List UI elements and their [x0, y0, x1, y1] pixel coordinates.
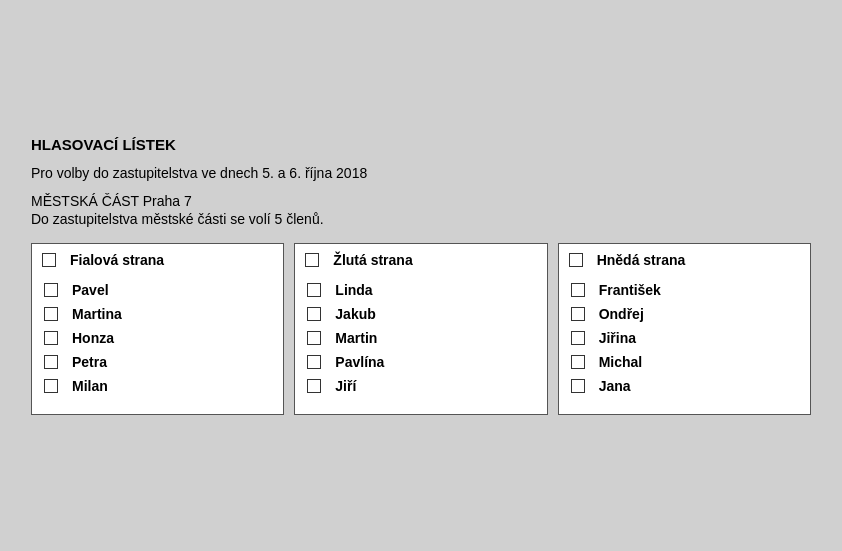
candidate-name-1-1: Jakub	[335, 306, 375, 322]
candidate-name-0-0: Pavel	[72, 282, 109, 298]
candidate-name-1-0: Linda	[335, 282, 372, 298]
candidate-checkbox-1-3[interactable]	[307, 355, 321, 369]
party-box-1: Žlutá stranaLindaJakubMartinPavlínaJiří	[294, 243, 547, 415]
candidate-row-0-1: Martina	[42, 306, 273, 322]
candidate-row-1-2: Martin	[305, 330, 536, 346]
party-checkbox-2[interactable]	[569, 253, 583, 267]
candidate-name-2-4: Jana	[599, 378, 631, 394]
candidate-name-0-1: Martina	[72, 306, 122, 322]
party-name-2: Hnědá strana	[597, 252, 686, 268]
candidate-checkbox-2-2[interactable]	[571, 331, 585, 345]
candidate-row-0-0: Pavel	[42, 282, 273, 298]
party-checkbox-1[interactable]	[305, 253, 319, 267]
candidate-row-1-4: Jiří	[305, 378, 536, 394]
candidate-row-0-4: Milan	[42, 378, 273, 394]
candidate-name-1-3: Pavlína	[335, 354, 384, 370]
candidate-row-0-2: Honza	[42, 330, 273, 346]
candidate-name-2-3: Michal	[599, 354, 643, 370]
candidate-name-0-4: Milan	[72, 378, 108, 394]
party-name-1: Žlutá strana	[333, 252, 412, 268]
candidate-name-2-2: Jiřina	[599, 330, 636, 346]
candidate-row-2-4: Jana	[569, 378, 800, 394]
ballot-info: Do zastupitelstva městské části se volí …	[31, 211, 811, 227]
ballot-region: MĚSTSKÁ ČÁST Praha 7	[31, 193, 811, 209]
candidate-name-0-3: Petra	[72, 354, 107, 370]
candidate-row-2-2: Jiřina	[569, 330, 800, 346]
candidate-checkbox-0-3[interactable]	[44, 355, 58, 369]
candidate-name-2-0: František	[599, 282, 661, 298]
candidate-name-1-4: Jiří	[335, 378, 356, 394]
candidate-row-1-0: Linda	[305, 282, 536, 298]
candidate-checkbox-1-0[interactable]	[307, 283, 321, 297]
candidate-row-2-1: Ondřej	[569, 306, 800, 322]
party-header-2: Hnědá strana	[569, 252, 800, 272]
candidate-checkbox-1-2[interactable]	[307, 331, 321, 345]
candidate-checkbox-0-4[interactable]	[44, 379, 58, 393]
candidate-checkbox-0-1[interactable]	[44, 307, 58, 321]
parties-row: Fialová stranaPavelMartinaHonzaPetraMila…	[31, 243, 811, 415]
party-box-2: Hnědá stranaFrantišekOndřejJiřinaMichalJ…	[558, 243, 811, 415]
party-header-1: Žlutá strana	[305, 252, 536, 272]
candidate-checkbox-2-4[interactable]	[571, 379, 585, 393]
ballot-title: HLASOVACÍ LÍSTEK	[31, 136, 811, 153]
party-checkbox-0[interactable]	[42, 253, 56, 267]
party-header-0: Fialová strana	[42, 252, 273, 272]
candidate-row-0-3: Petra	[42, 354, 273, 370]
party-name-0: Fialová strana	[70, 252, 164, 268]
candidate-row-2-3: Michal	[569, 354, 800, 370]
candidate-checkbox-2-1[interactable]	[571, 307, 585, 321]
ballot-subtitle: Pro volby do zastupitelstva ve dnech 5. …	[31, 165, 811, 181]
candidate-row-1-3: Pavlína	[305, 354, 536, 370]
candidate-checkbox-1-1[interactable]	[307, 307, 321, 321]
candidate-checkbox-2-3[interactable]	[571, 355, 585, 369]
candidate-name-2-1: Ondřej	[599, 306, 644, 322]
candidate-row-2-0: František	[569, 282, 800, 298]
candidate-name-0-2: Honza	[72, 330, 114, 346]
candidate-checkbox-0-0[interactable]	[44, 283, 58, 297]
ballot: HLASOVACÍ LÍSTEK Pro volby do zastupitel…	[11, 116, 831, 435]
candidate-checkbox-1-4[interactable]	[307, 379, 321, 393]
candidate-checkbox-2-0[interactable]	[571, 283, 585, 297]
party-box-0: Fialová stranaPavelMartinaHonzaPetraMila…	[31, 243, 284, 415]
candidate-checkbox-0-2[interactable]	[44, 331, 58, 345]
candidate-row-1-1: Jakub	[305, 306, 536, 322]
candidate-name-1-2: Martin	[335, 330, 377, 346]
